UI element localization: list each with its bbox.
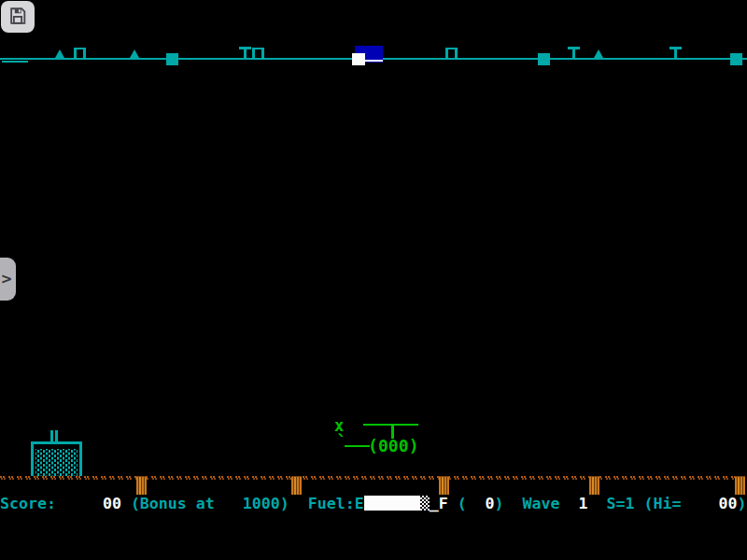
radar-strip (0, 0, 747, 75)
hi-close: ) (737, 495, 746, 512)
radar-player-line (365, 60, 383, 62)
score-value: 00 (103, 495, 121, 512)
radar-icon-tower (669, 47, 682, 59)
ground-dashes (0, 478, 747, 480)
wave-value: 1 (579, 495, 588, 512)
game-screen[interactable]: > x ` (000) Score: 00 (Bonus at 1000) Fu… (0, 0, 747, 560)
hi-value: 00 (718, 495, 737, 512)
radar-icon-block (538, 53, 550, 65)
radar-icon-hill (594, 49, 603, 58)
helicopter-tail-boom (345, 445, 370, 447)
fuel-bar-partial (420, 496, 430, 511)
ground-post (291, 476, 302, 495)
fuel-count-open: ( (448, 495, 486, 512)
score-label: Score: (0, 495, 103, 512)
ground-post (439, 476, 449, 495)
fuel-count-close: ) (495, 495, 523, 512)
radar-icon-pylon (74, 48, 86, 59)
helicopter-skid: ` (336, 430, 347, 453)
expand-panel-tab[interactable]: > (0, 258, 16, 301)
radar-icon-tower (239, 47, 251, 59)
radar-icon-dash (2, 61, 28, 63)
fuel-bar-full (364, 496, 420, 511)
ground-post (589, 476, 599, 495)
radar-player-square (352, 53, 365, 65)
radar-icon-pylon (252, 48, 264, 59)
radar-icon-block (166, 53, 178, 65)
radar-icon-block (730, 53, 742, 65)
helicopter-body: (000) (368, 436, 419, 455)
bonus-text: (Bonus at 1000) (121, 495, 308, 512)
status-line: Score: 00 (Bonus at 1000) Fuel:E_F ( 0) … (0, 494, 747, 514)
fuel-count-value: 0 (486, 495, 495, 512)
radar-icon-pylon (445, 48, 458, 59)
ships-hi-label: S=1 (Hi= (588, 495, 719, 512)
depot-tank (31, 441, 82, 476)
ground-post (136, 476, 147, 495)
ground-post (735, 476, 745, 495)
wave-label: Wave (523, 495, 579, 512)
chevron-right-icon: > (1, 271, 13, 287)
radar-icon-hill (55, 49, 64, 58)
fuel-label: Fuel:E (308, 495, 364, 512)
radar-icon-hill (130, 49, 139, 58)
radar-icon-tower (568, 47, 580, 59)
fuel-end-label: _F (430, 495, 448, 512)
depot-fill-pattern (35, 449, 78, 476)
